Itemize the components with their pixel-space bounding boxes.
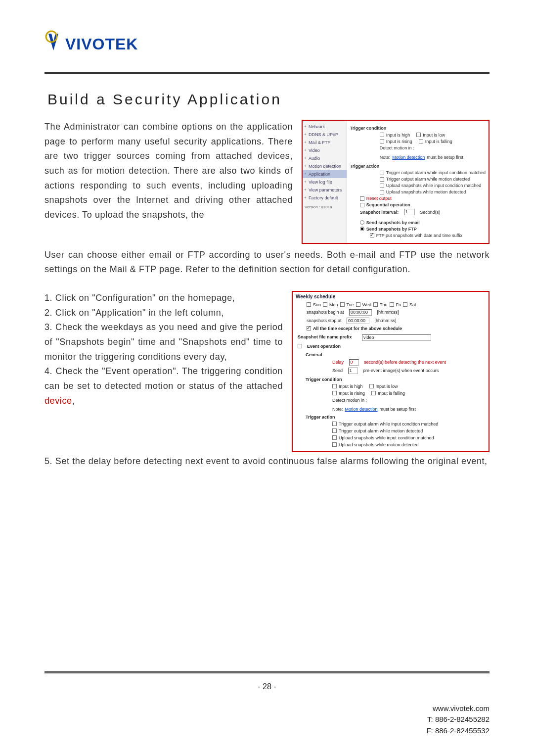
- label-thu: Thu: [380, 302, 388, 307]
- delay-rest: second(s) before detecting the next even…: [364, 360, 446, 365]
- label2-ta1: Trigger output alarm while input conditi…: [339, 422, 438, 426]
- checkbox-sat[interactable]: [403, 302, 407, 307]
- sidebar-item-network[interactable]: Network: [303, 123, 347, 131]
- send-rest: pre-event image(s) when event occurs: [363, 368, 439, 373]
- step-5: 5. Set the delay before detecting next e…: [44, 454, 490, 469]
- checkbox-ta1[interactable]: [380, 171, 384, 175]
- checkbox-ta4[interactable]: [380, 190, 384, 194]
- sidebar-item-mail[interactable]: Mail & FTP: [303, 139, 347, 146]
- screenshot-application-config: Network DDNS & UPnP Mail & FTP Video Aud…: [302, 120, 490, 244]
- page-title: Build a Security Application: [47, 91, 490, 108]
- send-label: Send: [332, 368, 343, 373]
- sidebar-item-params[interactable]: View parameters: [303, 186, 347, 194]
- checkbox-thu[interactable]: [373, 302, 378, 307]
- detect-motion-label: Detect motion in :: [380, 145, 414, 150]
- send-input[interactable]: 1: [348, 368, 358, 374]
- checkbox2-input-low[interactable]: [369, 384, 374, 388]
- sidebar-item-application[interactable]: Application: [303, 170, 347, 178]
- label-input-high: Input is high: [386, 133, 410, 138]
- intro-paragraph: The Administrator can combine options on…: [44, 120, 293, 223]
- sidebar-item-audio[interactable]: Audio: [303, 154, 347, 162]
- checkbox-fri[interactable]: [390, 302, 394, 307]
- label2-ta4: Upload snapshots while motion detected: [339, 442, 419, 447]
- label2-ta3: Upload snapshots while input condition m…: [339, 435, 434, 440]
- detect-motion-label-2: Detect motion in :: [332, 398, 367, 403]
- step-3: 3. Check the weekdays as you need and gi…: [44, 320, 283, 364]
- label2-input-high: Input is high: [339, 384, 363, 389]
- sidebar-item-factory[interactable]: Factory default: [303, 194, 347, 202]
- label2-input-rising: Input is rising: [339, 391, 365, 396]
- snapshot-interval-input[interactable]: 1: [404, 209, 415, 215]
- checkbox-input-high[interactable]: [380, 133, 384, 137]
- checkbox-wed[interactable]: [356, 302, 360, 307]
- begin-format: [hh:mm:ss]: [377, 310, 399, 315]
- radio-send-ftp[interactable]: [360, 227, 364, 231]
- label-ta3: Upload snapshots while input condition m…: [386, 183, 482, 188]
- note2-suffix: must be setup first: [380, 407, 416, 412]
- checkbox-input-low[interactable]: [416, 133, 421, 137]
- checkbox-input-rising[interactable]: [380, 139, 384, 143]
- label-ta1: Trigger output alarm while input conditi…: [386, 170, 486, 175]
- checkbox-event-operation[interactable]: [298, 344, 302, 348]
- step-2: 2. Click on "Application" in the left co…: [44, 306, 283, 321]
- motion-detection-link-2[interactable]: Motion detection: [345, 407, 378, 412]
- checkbox-sequential[interactable]: [360, 203, 364, 207]
- version-label: Version : 0101a: [303, 202, 347, 212]
- sidebar-item-ddns[interactable]: DDNS & UPnP: [303, 131, 347, 139]
- sequential-operation-label: Sequential operation: [366, 202, 410, 207]
- prefix-input[interactable]: video: [362, 334, 431, 341]
- checkbox-sun[interactable]: [307, 302, 311, 307]
- sidebar-item-video[interactable]: Video: [303, 146, 347, 154]
- snapshot-interval-unit: Second(s): [420, 210, 440, 215]
- checkbox2-ta1[interactable]: [332, 422, 337, 426]
- step-4: 4. Check the "Event operation". The trig…: [44, 364, 283, 408]
- radio-send-email[interactable]: [360, 220, 364, 225]
- checkbox-ftp-suffix[interactable]: [370, 233, 374, 237]
- label-ta2: Trigger output alarm while motion detect…: [386, 177, 470, 182]
- checkbox2-ta2[interactable]: [332, 428, 337, 433]
- page-number: - 28 -: [44, 682, 490, 691]
- general-heading: General: [293, 350, 489, 358]
- sidebar-item-log[interactable]: View log file: [303, 178, 347, 186]
- note2-prefix: Note:: [332, 407, 343, 412]
- checkbox-reset-output[interactable]: [360, 196, 364, 201]
- weekly-schedule-heading: Weekly schedule: [293, 292, 489, 300]
- note-suffix: must be setup first: [427, 155, 463, 160]
- delay-label: Delay: [332, 360, 344, 365]
- trigger-action-heading: Trigger action: [350, 161, 486, 170]
- send-ftp-label: Send snapshots by FTP: [366, 227, 417, 232]
- checkbox-ta3[interactable]: [380, 184, 384, 188]
- label-input-falling: Input is falling: [425, 139, 452, 144]
- stop-format: [hh:mm:ss]: [375, 318, 397, 323]
- event-operation-label: Event operation: [307, 344, 341, 349]
- label-fri: Fri: [396, 302, 401, 307]
- checkbox2-input-high[interactable]: [332, 384, 337, 388]
- checkbox-ta2[interactable]: [380, 177, 384, 182]
- checkbox-mon[interactable]: [323, 302, 327, 307]
- begin-time-input[interactable]: 00:00:00: [349, 309, 372, 316]
- sidebar-item-motion[interactable]: Motion detection: [303, 162, 347, 170]
- checkbox2-input-falling[interactable]: [371, 391, 376, 395]
- stop-time-input[interactable]: 00:00:00: [347, 318, 369, 324]
- begin-label: snapshots begin at: [307, 310, 344, 315]
- checkbox-input-falling[interactable]: [419, 139, 423, 143]
- trigger-action-heading-2: Trigger action: [293, 413, 489, 421]
- contact-info: www.vivotek.com T: 886-2-82455282 F: 886…: [44, 703, 490, 737]
- delay-input[interactable]: 0: [349, 359, 359, 366]
- trigger-condition-heading-2: Trigger condition: [293, 375, 489, 383]
- screenshot-weekly-schedule: Weekly schedule Sun Mon Tue Wed Thu Fri …: [292, 291, 490, 452]
- send-email-label: Send snapshots by email: [366, 220, 420, 225]
- prefix-label: Snapshot file name prefix: [298, 334, 357, 341]
- divider-bottom: [44, 671, 490, 673]
- checkbox-all-time[interactable]: [307, 326, 311, 331]
- label-mon: Mon: [329, 302, 338, 307]
- contact-fax: F: 886-2-82455532: [44, 725, 490, 737]
- contact-url: www.vivotek.com: [44, 703, 490, 714]
- checkbox2-input-rising[interactable]: [332, 391, 337, 395]
- all-time-label: All the time except for the above schedu…: [313, 326, 402, 331]
- checkbox2-ta4[interactable]: [332, 442, 337, 447]
- snapshot-interval-label: Snapshot interval:: [360, 210, 399, 215]
- motion-detection-link[interactable]: Motion detection: [392, 155, 425, 160]
- checkbox2-ta3[interactable]: [332, 435, 337, 440]
- checkbox-tue[interactable]: [340, 302, 345, 307]
